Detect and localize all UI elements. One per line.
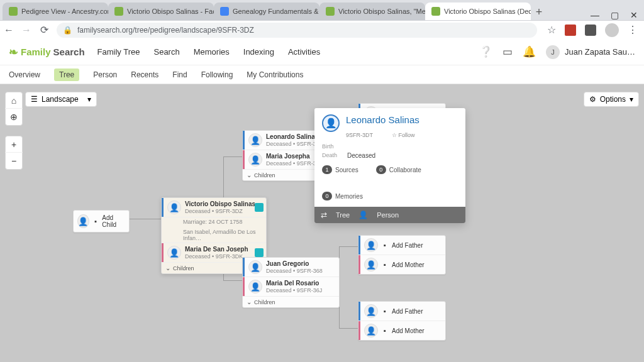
- forward-button[interactable]: →: [18, 25, 35, 36]
- person-icon: 👤: [167, 200, 181, 214]
- person-icon: 👤: [77, 214, 89, 228]
- death-label: Death: [322, 152, 347, 159]
- chevron-down-icon: ▾: [87, 95, 91, 104]
- url-text: familysearch.org/tree/pedigree/landscape…: [77, 26, 254, 35]
- marriage-place: San Isabel, Armadillo De Los Infan…: [183, 229, 262, 241]
- star-icon[interactable]: ☆: [547, 24, 556, 36]
- subnav-following[interactable]: Following: [201, 70, 233, 79]
- maternal-couple-card[interactable]: 👤 Juan Gregorio Deceased • 9SFR-368 👤 Ma…: [242, 257, 340, 308]
- subnav-overview[interactable]: Overview: [9, 70, 40, 79]
- add-father-label: Add Father: [392, 308, 423, 315]
- layers-icon: ☰: [31, 95, 38, 104]
- marriage-date: Marriage: 24 OCT 1758: [183, 219, 242, 225]
- death-value: Deceased: [347, 152, 458, 159]
- tab-title: Genealogy Fundamentals & H…: [233, 8, 319, 15]
- zoom-in-button[interactable]: +: [5, 136, 23, 153]
- person-name: Maria De San Joseph: [185, 246, 248, 253]
- plus-icon: ▪: [382, 261, 388, 268]
- messages-icon[interactable]: ▭: [502, 45, 513, 58]
- add-child-card[interactable]: 👤 ▪ Add Child: [73, 210, 130, 233]
- browser-tab[interactable]: Victorio Obispo Salinas, "Mexi…×: [319, 3, 425, 20]
- grandparent-card[interactable]: 👤▪Add Father 👤▪Add Mother: [358, 235, 446, 275]
- sources-count[interactable]: 1Sources: [322, 165, 358, 174]
- pop-tree-link[interactable]: Tree: [336, 211, 350, 219]
- browser-tabstrip: Pedigree View - Ancestry.com× Victorio O…: [0, 0, 644, 20]
- subnav-recents[interactable]: Recents: [131, 70, 158, 79]
- follow-button[interactable]: ☆ Follow: [392, 132, 415, 138]
- home-locate-control: ⌂ ⊕: [5, 92, 23, 126]
- profile-avatar[interactable]: [605, 23, 619, 37]
- person-meta: Deceased • 9SFR-368: [266, 268, 323, 274]
- zoom-out-button[interactable]: −: [5, 153, 23, 169]
- pdf-extension-icon[interactable]: [565, 25, 576, 36]
- view-label: Landscape: [42, 95, 79, 104]
- user-name: Juan Zapata Sau…: [565, 47, 635, 57]
- person-name: Victorio Obispo Salinas: [185, 200, 255, 208]
- popover-name[interactable]: Leonardo Salinas: [346, 114, 419, 125]
- nav-activities[interactable]: Activities: [288, 47, 320, 57]
- minimize-button[interactable]: —: [591, 10, 599, 20]
- options-button[interactable]: ⚙ Options ▾: [584, 92, 639, 107]
- browser-tab-active[interactable]: Victorio Obispo Salinas (Dece…×: [425, 3, 531, 20]
- browser-tab[interactable]: Pedigree View - Ancestry.com×: [3, 3, 108, 20]
- kebab-icon[interactable]: ⋮: [628, 24, 638, 36]
- person-icon: 👤: [364, 238, 378, 252]
- address-bar: ← → ⟳ 🔒 familysearch.org/tree/pedigree/l…: [0, 20, 644, 39]
- hint-badge-icon[interactable]: [255, 203, 264, 212]
- pop-person-link[interactable]: Person: [377, 211, 399, 219]
- person-icon: 👤: [248, 153, 262, 167]
- new-tab-button[interactable]: +: [531, 4, 547, 20]
- hint-badge-icon[interactable]: [255, 248, 264, 257]
- tab-title: Victorio Obispo Salinas, "Mexi…: [338, 8, 425, 15]
- collaborate-count[interactable]: 0Collaborate: [376, 165, 421, 174]
- logo[interactable]: ❧ FamilySearch: [9, 45, 85, 59]
- browser-tab[interactable]: Victorio Obispo Salinas - Facts×: [108, 3, 214, 20]
- tree-icon: ❧: [9, 45, 18, 59]
- person-meta: Deceased • 9SFR-3DZ: [185, 208, 255, 214]
- tab-title: Pedigree View - Ancestry.com: [21, 8, 108, 15]
- reload-button[interactable]: ⟳: [35, 24, 53, 36]
- subnav-person[interactable]: Person: [93, 70, 117, 79]
- top-nav: Family Tree Search Memories Indexing Act…: [97, 47, 321, 57]
- birth-label: Birth: [322, 143, 347, 150]
- nav-memories[interactable]: Memories: [194, 47, 230, 57]
- chevron-down-icon: ▾: [630, 95, 633, 104]
- view-selector[interactable]: ☰ Landscape ▾: [25, 92, 97, 107]
- plus-icon: ▪: [382, 308, 388, 314]
- pedigree-canvas[interactable]: ⌂ ⊕ ☰ Landscape ▾ + − ⚙ Options ▾ 👤 ▪ Ad…: [0, 84, 644, 362]
- add-mother-label: Add Mother: [392, 261, 425, 268]
- locate-button[interactable]: ⊕: [5, 109, 23, 125]
- browser-tab[interactable]: Genealogy Fundamentals & H…×: [214, 3, 319, 20]
- site-header: ❧ FamilySearch Family Tree Search Memori…: [0, 39, 644, 65]
- back-button[interactable]: ←: [0, 25, 18, 36]
- add-child-label: Add Child: [102, 214, 125, 228]
- person-icon: 👤: [364, 258, 378, 272]
- logo-text-2: Search: [53, 47, 85, 57]
- nav-family-tree[interactable]: Family Tree: [97, 47, 140, 57]
- close-button[interactable]: ✕: [630, 10, 638, 20]
- zoom-control: + −: [5, 136, 23, 170]
- help-icon[interactable]: ❔: [479, 45, 492, 58]
- subnav-tree[interactable]: Tree: [54, 69, 79, 81]
- maximize-button[interactable]: ▢: [611, 10, 619, 20]
- url-input[interactable]: 🔒 familysearch.org/tree/pedigree/landsca…: [57, 23, 537, 38]
- nav-indexing[interactable]: Indexing: [243, 47, 274, 57]
- person-icon: 👤: [322, 114, 340, 132]
- chevron-down-icon: ⌄: [247, 299, 252, 305]
- bell-icon[interactable]: 🔔: [523, 45, 536, 58]
- plus-icon: ▪: [382, 327, 388, 334]
- children-toggle[interactable]: ⌄Children: [243, 296, 339, 307]
- extensions-icon[interactable]: [585, 25, 596, 36]
- subnav-contributions[interactable]: My Contributions: [247, 70, 303, 79]
- popover-id: 9SFR-3DT: [346, 132, 373, 138]
- memories-count[interactable]: 0Memories: [322, 192, 458, 200]
- add-mother-label: Add Mother: [392, 327, 425, 334]
- grandparent-card[interactable]: 👤▪Add Father 👤▪Add Mother: [358, 301, 446, 341]
- subnav-find[interactable]: Find: [172, 70, 187, 79]
- person-name: Juan Gregorio: [266, 260, 323, 268]
- person-icon: 👤: [358, 211, 368, 219]
- user-menu[interactable]: J Juan Zapata Sau…: [546, 45, 635, 59]
- person-meta: Deceased • 9SFR-36J: [266, 287, 322, 293]
- home-button[interactable]: ⌂: [5, 92, 23, 109]
- nav-search[interactable]: Search: [153, 47, 179, 57]
